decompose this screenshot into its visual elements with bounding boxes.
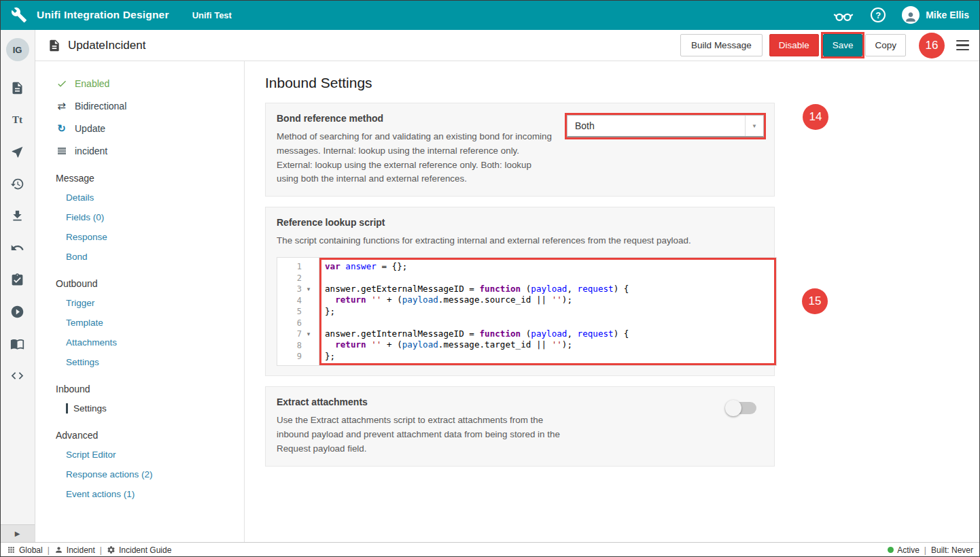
stack-icon (56, 145, 67, 156)
toggle-knob (725, 400, 741, 416)
hamburger-menu-icon[interactable] (955, 39, 970, 52)
code-icon[interactable] (10, 368, 24, 383)
editor-gutter: 123▾4567▾89 (277, 258, 319, 366)
glasses-icon[interactable] (833, 7, 854, 23)
built-status: Built: Never (931, 545, 973, 555)
sidebar-item-response[interactable]: Response (66, 232, 244, 242)
user-name: Mike Ellis (926, 10, 969, 20)
tasks-icon[interactable] (10, 272, 24, 287)
statusbar-label: Incident (67, 545, 95, 555)
grid-icon (7, 545, 16, 554)
bidirectional-icon: ⇄ (56, 100, 67, 112)
bond-reference-select[interactable]: Both ▼ (567, 115, 764, 137)
expand-rail-button[interactable]: ▶ (0, 524, 35, 542)
status-dot (888, 547, 894, 553)
sidebar-item-template[interactable]: Template (66, 318, 244, 328)
field-description: The script containing functions for extr… (277, 234, 763, 248)
section-title: Inbound Settings (265, 75, 980, 91)
annotation-badge-15: 15 (802, 288, 828, 314)
navigation-icon[interactable] (10, 144, 24, 159)
sidebar-item-details[interactable]: Details (66, 192, 244, 203)
build-message-button[interactable]: Build Message (680, 34, 763, 56)
annotation-badge-14: 14 (803, 104, 828, 130)
sidebar-item-label: Bidirectional (75, 101, 126, 112)
workspace-avatar[interactable]: IG (6, 38, 29, 61)
undo-icon[interactable] (10, 240, 24, 255)
statusbar-label: Global (19, 545, 43, 555)
refresh-icon: ↻ (56, 122, 67, 134)
reference-lookup-card: Reference lookup script The script conta… (265, 207, 775, 376)
sidebar-item-attachments[interactable]: Attachments (66, 337, 244, 348)
annotation-box-save: Save (821, 32, 865, 58)
annotation-badge-16: 16 (919, 33, 945, 58)
main-content: Inbound Settings Bond reference method M… (245, 61, 980, 542)
disable-button[interactable]: Disable (769, 34, 819, 56)
history-icon[interactable] (10, 176, 24, 191)
sidebar-item-script-editor[interactable]: Script Editor (66, 450, 244, 460)
sidebar-item-event-actions[interactable]: Event actions (1) (66, 489, 244, 499)
app-title: Unifi Integration Designer (37, 9, 169, 21)
separator: | (924, 545, 926, 555)
sidebar-item-label: Enabled (75, 78, 109, 89)
field-description: Use the Extract attachments script to ex… (277, 413, 570, 456)
sidebar-item-response-actions[interactable]: Response actions (2) (66, 469, 244, 479)
person-icon (54, 545, 63, 554)
statusbar-item-incident-guide[interactable]: Incident Guide (107, 545, 171, 555)
environment-name[interactable]: Unifi Test (192, 10, 232, 20)
separator: | (100, 545, 102, 555)
field-label: Extract attachments (277, 396, 570, 407)
code-editor[interactable]: 123▾4567▾89 var answer = {}; answer.getE… (277, 257, 777, 367)
extract-attachments-card: Extract attachments Use the Extract atta… (265, 386, 775, 466)
sidebar-section-message: Message (56, 173, 244, 184)
document-icon (48, 39, 61, 52)
sidebar-item-bidirectional[interactable]: ⇄ Bidirectional (56, 100, 244, 112)
book-icon[interactable] (10, 336, 24, 351)
icon-rail: IG Tt ▶ (0, 30, 35, 542)
field-description: Method of searching for and validating a… (277, 130, 554, 186)
wrench-logo-icon[interactable] (11, 6, 29, 24)
statusbar-item-global[interactable]: Global (7, 545, 43, 555)
extract-attachments-toggle[interactable] (727, 402, 756, 414)
field-label: Reference lookup script (277, 217, 763, 228)
collapse-arrow-icon: ▶ (15, 530, 20, 537)
sidebar-item-label: Update (75, 123, 105, 134)
sidebar-item-label: incident (75, 146, 107, 156)
separator: | (48, 545, 50, 555)
sidebar-section-advanced: Advanced (56, 430, 244, 441)
statusbar: Global | Incident | Incident Guide Activ… (0, 542, 980, 557)
annotation-box-dropdown: Both ▼ (565, 113, 766, 139)
check-icon (56, 78, 67, 89)
field-label: Bond reference method (277, 113, 554, 124)
select-value: Both (567, 120, 745, 131)
sidebar-item-trigger[interactable]: Trigger (66, 298, 244, 308)
copy-button[interactable]: Copy (865, 34, 906, 56)
play-circle-icon[interactable] (10, 304, 24, 319)
page-title: UpdateIncident (68, 39, 145, 52)
help-icon[interactable]: ? (871, 7, 886, 22)
sidebar-item-inbound-settings[interactable]: Settings (66, 403, 244, 413)
editor-code[interactable]: var answer = {}; answer.getExternalMessa… (319, 258, 776, 366)
statusbar-item-incident[interactable]: Incident (54, 545, 95, 555)
topbar: Unifi Integration Designer Unifi Test ? … (0, 0, 980, 30)
sidebar-item-update[interactable]: ↻ Update (56, 122, 244, 134)
file-icon[interactable] (10, 80, 24, 95)
sidebar-item-fields[interactable]: Fields (0) (66, 212, 244, 222)
sidebar-item-bond[interactable]: Bond (66, 252, 244, 262)
bond-reference-card: Bond reference method Method of searchin… (265, 103, 775, 197)
statusbar-label: Incident Guide (119, 545, 171, 555)
sidebar-item-outbound-settings[interactable]: Settings (66, 357, 244, 367)
user-menu[interactable]: Mike Ellis (902, 6, 969, 24)
sidebar-item-enabled[interactable]: Enabled (56, 78, 244, 89)
download-icon[interactable] (10, 208, 24, 223)
sidebar-section-inbound: Inbound (56, 384, 244, 394)
save-button[interactable]: Save (823, 34, 863, 56)
gear-icon (107, 545, 116, 554)
sidebar-section-outbound: Outbound (56, 278, 244, 289)
sidebar-item-incident[interactable]: incident (56, 145, 244, 156)
text-tool-icon[interactable]: Tt (12, 112, 22, 127)
chevron-down-icon[interactable]: ▼ (745, 116, 763, 136)
sidebar: Enabled ⇄ Bidirectional ↻ Update inciden… (35, 61, 245, 542)
page-header: UpdateIncident Build Message Disable Sav… (35, 30, 980, 61)
active-status: Active (897, 545, 920, 555)
user-avatar-icon (902, 6, 920, 24)
